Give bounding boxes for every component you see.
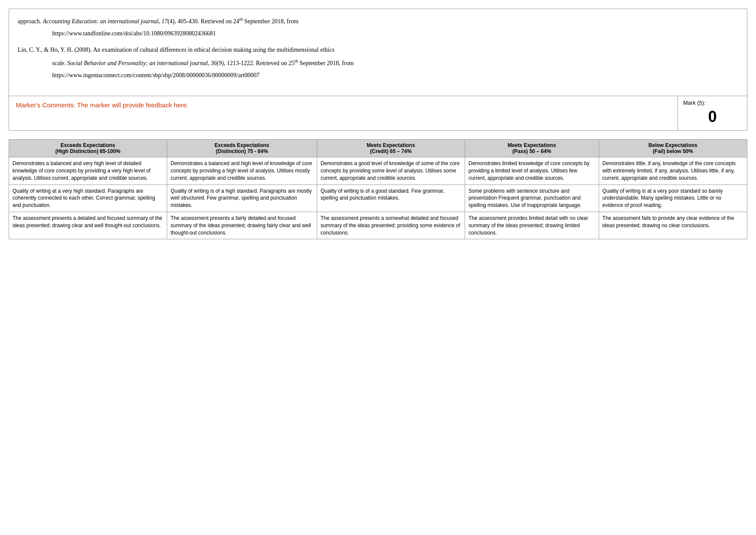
rubric-header-0: Exceeds Expectations(High Distinction) 8… — [9, 140, 167, 157]
rubric-cell-1-4: Quality of writing is at a very poor sta… — [599, 185, 747, 212]
rubric-cell-1-3: Some problems with sentence structure an… — [465, 185, 599, 212]
ref2-line2: scale. Social Behavior and Personality: … — [18, 58, 738, 68]
rubric-cell-1-1: Quality of writing is of a high standard… — [167, 185, 317, 212]
ref1-before: approach. — [18, 18, 43, 25]
ref1-text: approach. Accounting Education: an inter… — [18, 16, 738, 26]
rubric-cell-2-2: The assessment presents a somewhat detai… — [317, 212, 465, 239]
rubric-cell-0-0: Demonstrates a balanced and very high le… — [9, 157, 167, 185]
rubric-header-row: Exceeds Expectations(High Distinction) 8… — [9, 140, 747, 157]
mark-value: 0 — [708, 108, 717, 126]
rubric-header-4: Below Expectations(Fail) below 50% — [599, 140, 747, 157]
mark-label: Mark (5): — [683, 100, 706, 106]
mark-box: Mark (5): 0 — [678, 96, 747, 130]
rubric-cell-0-1: Demonstrates a balanced and high level o… — [167, 157, 317, 185]
rubric-cell-2-0: The assessment presents a detailed and f… — [9, 212, 167, 239]
marker-comment-text: Marker's Comments: The marker will provi… — [16, 101, 188, 109]
rubric-header-3: Meets Expectations(Pass) 50 – 64% — [465, 140, 599, 157]
rubric-table: Exceeds Expectations(High Distinction) 8… — [9, 139, 747, 239]
rubric-body: Demonstrates a balanced and very high le… — [9, 157, 747, 239]
rubric-cell-2-1: The assessment presents a fairly detaile… — [167, 212, 317, 239]
rubric-row-0: Demonstrates a balanced and very high le… — [9, 157, 747, 185]
marker-comment-area: Marker's Comments: The marker will provi… — [9, 96, 678, 130]
rubric-header: Exceeds Expectations(High Distinction) 8… — [9, 140, 747, 157]
rubric-cell-0-4: Demonstrates little, if any, knowledge o… — [599, 157, 747, 185]
ref1-after: , 17(4), 405-430. Retrieved on 24th Sept… — [159, 18, 299, 25]
ref2-url: https://www.ingentaconnect.com/content/s… — [18, 71, 738, 80]
rubric-row-2: The assessment presents a detailed and f… — [9, 212, 747, 239]
rubric-cell-1-0: Quality of writing at a very high standa… — [9, 185, 167, 212]
rubric-cell-0-3: Demonstrates limited knowledge of core c… — [465, 157, 599, 185]
rubric-cell-1-2: Quality of writing is of a good standard… — [317, 185, 465, 212]
reference-2: Lin, C. Y., & Ho, Y. H. (2008). An exami… — [18, 45, 738, 80]
rubric-row-1: Quality of writing at a very high standa… — [9, 185, 747, 212]
rubric-cell-2-4: The assessment fails to provide any clea… — [599, 212, 747, 239]
reference-1: approach. Accounting Education: an inter… — [18, 16, 738, 38]
ref1-italic: Accounting Education: an international j… — [43, 18, 158, 25]
references-section: approach. Accounting Education: an inter… — [9, 9, 747, 96]
rubric-header-2: Meets Expectations(Credit) 65 – 74% — [317, 140, 465, 157]
marker-section: Marker's Comments: The marker will provi… — [9, 96, 747, 131]
rubric-cell-2-3: The assessment provides limited detail w… — [465, 212, 599, 239]
ref1-url: https://www.tandfonline.com/doi/abs/10.1… — [18, 29, 738, 38]
rubric-header-1: Exceeds Expectations(Distinction) 75 - 8… — [167, 140, 317, 157]
ref2-line1: Lin, C. Y., & Ho, Y. H. (2008). An exami… — [18, 45, 738, 55]
rubric-cell-0-2: Demonstrates a good level of knowledge o… — [317, 157, 465, 185]
